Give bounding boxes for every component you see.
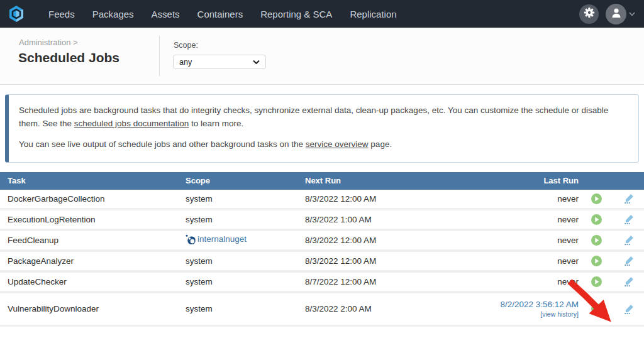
run-now-button[interactable] bbox=[591, 214, 602, 225]
run-now-button[interactable] bbox=[591, 303, 602, 314]
navbar-right bbox=[572, 4, 644, 24]
play-icon bbox=[591, 256, 602, 266]
scope-value: system bbox=[186, 194, 213, 204]
user-icon bbox=[610, 6, 623, 21]
last-run-cell: never bbox=[500, 256, 579, 266]
task-name: PackageAnalyzer bbox=[0, 256, 186, 266]
column-header-next-run: Next Run bbox=[305, 176, 500, 185]
edit-schedule-button[interactable] bbox=[624, 214, 634, 224]
scope-cell: system bbox=[186, 194, 305, 204]
run-now-button[interactable] bbox=[591, 193, 602, 204]
chevron-down-icon bbox=[253, 58, 260, 67]
feed-link-label: internalnuget bbox=[197, 234, 247, 244]
table-header-row: Task Scope Next Run Last Run bbox=[0, 172, 644, 190]
edit-schedule-button[interactable] bbox=[624, 256, 634, 266]
nav-menu: FeedsPackagesAssetsContainersReporting &… bbox=[40, 0, 406, 28]
settings-button[interactable] bbox=[579, 4, 599, 24]
last-run-link[interactable]: 8/2/2022 3:56:12 AM bbox=[500, 300, 579, 309]
last-run-value: never bbox=[557, 194, 579, 204]
play-icon bbox=[591, 235, 602, 246]
run-now-button[interactable] bbox=[591, 256, 602, 266]
nuget-feed-icon bbox=[186, 234, 196, 244]
task-name: DockerGarbageCollection bbox=[0, 194, 186, 204]
nav-item-containers[interactable]: Containers bbox=[189, 0, 252, 28]
nav-item-assets[interactable]: Assets bbox=[143, 0, 189, 28]
page-header: Administration > Scheduled Jobs Scope: a… bbox=[0, 28, 644, 85]
nav-item-feeds[interactable]: Feeds bbox=[40, 0, 84, 28]
last-run-cell: 8/2/2022 3:56:12 AM [view history] bbox=[500, 300, 579, 318]
scope-value: system bbox=[186, 304, 213, 313]
proget-logo[interactable] bbox=[7, 4, 26, 23]
table-row: UpdateChecker system 8/7/2022 12:00 AM n… bbox=[0, 273, 644, 293]
play-icon bbox=[591, 303, 602, 314]
play-icon bbox=[591, 276, 602, 287]
service-overview-link[interactable]: service overview bbox=[306, 139, 369, 149]
last-run-value: never bbox=[557, 215, 579, 224]
edit-schedule-button[interactable] bbox=[624, 304, 634, 314]
info-text: page. bbox=[369, 139, 392, 149]
edit-schedule-button[interactable] bbox=[624, 235, 634, 245]
run-now-button[interactable] bbox=[591, 235, 602, 246]
table-row: VulnerabilityDownloader system 8/3/2022 … bbox=[0, 293, 644, 327]
play-icon bbox=[591, 193, 602, 204]
column-header-last-run: Last Run bbox=[500, 176, 579, 185]
last-run-value: never bbox=[557, 236, 579, 245]
play-icon bbox=[591, 214, 602, 225]
next-run-value: 8/3/2022 2:00 AM bbox=[305, 304, 500, 313]
table-row: DockerGarbageCollection system 8/3/2022 … bbox=[0, 190, 644, 210]
top-navbar: FeedsPackagesAssetsContainersReporting &… bbox=[0, 0, 644, 28]
scope-cell: system bbox=[186, 304, 305, 313]
next-run-value: 8/3/2022 1:00 AM bbox=[305, 215, 500, 224]
table-row: ExecutionLogRetention system 8/3/2022 1:… bbox=[0, 210, 644, 231]
nav-item-replication[interactable]: Replication bbox=[341, 0, 405, 28]
task-name: ExecutionLogRetention bbox=[0, 215, 186, 224]
next-run-value: 8/3/2022 12:00 AM bbox=[305, 256, 500, 266]
run-now-button[interactable] bbox=[591, 276, 602, 287]
gear-icon bbox=[584, 7, 595, 21]
scheduled-jobs-documentation-link[interactable]: scheduled jobs documentation bbox=[74, 119, 189, 128]
column-header-scope: Scope bbox=[186, 176, 305, 185]
scope-cell: system bbox=[186, 256, 305, 266]
last-run-cell: never bbox=[500, 277, 579, 286]
last-run-value: never bbox=[557, 277, 579, 286]
scope-value: system bbox=[186, 256, 213, 266]
edit-schedule-button[interactable] bbox=[624, 276, 634, 286]
pencil-edit-icon bbox=[624, 235, 634, 245]
pencil-edit-icon bbox=[624, 193, 634, 204]
pencil-edit-icon bbox=[624, 256, 634, 266]
scope-value: system bbox=[186, 215, 213, 224]
scope-label: Scope: bbox=[174, 41, 198, 50]
info-paragraph-1: Scheduled jobs are background tasks that… bbox=[19, 104, 628, 131]
pencil-edit-icon bbox=[624, 304, 634, 314]
user-menu-button[interactable] bbox=[606, 4, 626, 24]
table-body: DockerGarbageCollection system 8/3/2022 … bbox=[0, 190, 644, 327]
scope-cell: internalnuget bbox=[186, 234, 305, 246]
pencil-edit-icon bbox=[624, 214, 634, 224]
info-text: to learn more. bbox=[189, 119, 243, 128]
last-run-cell: never bbox=[500, 215, 579, 224]
breadcrumb[interactable]: Administration > bbox=[19, 38, 78, 47]
table-row: FeedCleanup internalnuget 8/3/2022 12:00… bbox=[0, 231, 644, 252]
scope-cell: system bbox=[186, 215, 305, 224]
scope-select[interactable]: any bbox=[173, 55, 266, 69]
scheduled-jobs-table: Task Scope Next Run Last Run DockerGarba… bbox=[0, 172, 644, 327]
pencil-edit-icon bbox=[624, 276, 634, 286]
last-run-cell: never bbox=[500, 194, 579, 204]
task-name: FeedCleanup bbox=[0, 236, 186, 245]
scope-value: system bbox=[186, 277, 213, 286]
table-row: PackageAnalyzer system 8/3/2022 12:00 AM… bbox=[0, 252, 644, 273]
last-run-value: never bbox=[557, 256, 579, 266]
chevron-down-icon[interactable] bbox=[629, 12, 635, 16]
info-box: Scheduled jobs are background tasks that… bbox=[5, 94, 639, 163]
scope-cell: system bbox=[186, 277, 305, 286]
next-run-value: 8/3/2022 12:00 AM bbox=[305, 236, 500, 245]
nav-item-reporting-sca[interactable]: Reporting & SCA bbox=[252, 0, 341, 28]
nav-item-packages[interactable]: Packages bbox=[84, 0, 143, 28]
edit-schedule-button[interactable] bbox=[624, 193, 634, 204]
info-paragraph-2: You can see live output of schedule jobs… bbox=[19, 138, 628, 151]
page-title: Scheduled Jobs bbox=[18, 50, 119, 65]
view-history-link[interactable]: [view history] bbox=[500, 310, 579, 318]
feed-link[interactable]: internalnuget bbox=[186, 234, 247, 244]
column-header-task: Task bbox=[0, 176, 186, 185]
task-name: VulnerabilityDownloader bbox=[0, 304, 186, 313]
